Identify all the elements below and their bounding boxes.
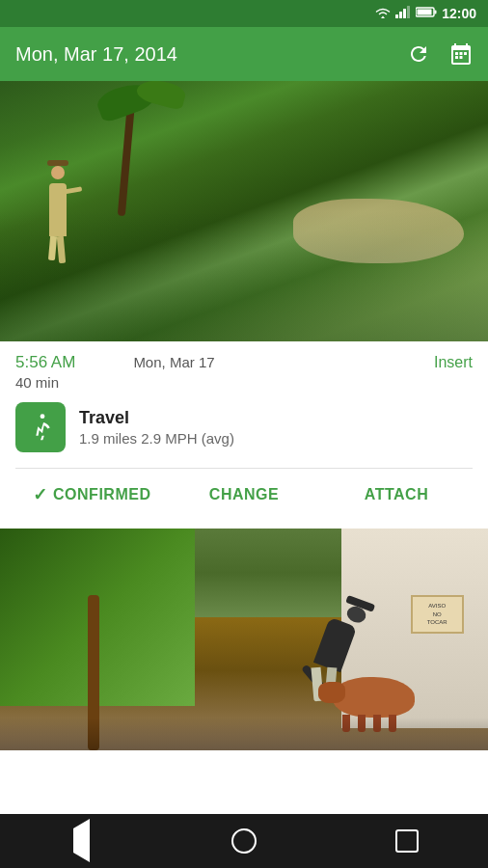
bottom-photo-scene: AVISONOTOCAR	[0, 529, 488, 750]
activity-section: 5:56 AM Mon, Mar 17 Insert 40 min Travel…	[0, 341, 488, 529]
header-actions	[407, 42, 473, 66]
activity-date: Mon, Mar 17	[133, 354, 434, 370]
svg-rect-2	[403, 9, 406, 18]
check-icon: ✓	[33, 484, 48, 505]
walking-person-icon	[25, 412, 56, 443]
sign: AVISONOTOCAR	[411, 595, 464, 634]
svg-rect-9	[464, 52, 467, 55]
change-button[interactable]: CHANGE	[168, 478, 320, 511]
action-row: ✓ CONFIRMED CHANGE ATTACH	[15, 468, 473, 521]
activity-details: Travel 1.9 miles 2.9 MPH (avg)	[79, 408, 234, 447]
svg-rect-0	[395, 14, 398, 18]
attach-button[interactable]: ATTACH	[320, 478, 473, 511]
activity-duration: 40 min	[15, 374, 473, 391]
svg-rect-3	[407, 6, 410, 18]
svg-point-12	[41, 414, 45, 419]
confirmed-label: CONFIRMED	[53, 486, 150, 503]
top-photo-scene	[0, 81, 488, 341]
battery-icon	[416, 5, 437, 22]
bottom-photo: AVISONOTOCAR	[0, 529, 488, 750]
refresh-button[interactable]	[407, 42, 430, 66]
svg-rect-5	[418, 10, 432, 15]
confirmed-button[interactable]: ✓ CONFIRMED	[15, 476, 168, 513]
status-time: 12:00	[442, 6, 476, 21]
status-bar: 12:00	[0, 0, 488, 27]
activity-icon-box	[15, 402, 66, 452]
person-figure	[49, 183, 67, 263]
nav-bar	[0, 814, 488, 868]
svg-rect-11	[460, 56, 463, 59]
calendar-button[interactable]	[449, 42, 473, 66]
recent-button[interactable]	[378, 822, 436, 860]
capybara-figure	[333, 677, 415, 718]
change-label: CHANGE	[209, 486, 279, 503]
activity-stats: 1.9 miles 2.9 MPH (avg)	[79, 430, 234, 447]
svg-rect-1	[399, 12, 402, 18]
activity-name: Travel	[79, 408, 234, 428]
back-button[interactable]	[52, 822, 110, 860]
svg-rect-7	[455, 52, 458, 55]
attach-label: ATTACH	[365, 486, 428, 503]
recent-icon	[395, 829, 419, 853]
activity-time: 5:56 AM	[15, 353, 75, 372]
top-photo	[0, 81, 488, 341]
activity-card: Travel 1.9 miles 2.9 MPH (avg)	[15, 402, 473, 452]
home-button[interactable]	[215, 822, 273, 860]
activity-time-row: 5:56 AM Mon, Mar 17 Insert	[15, 353, 473, 372]
status-icons: 12:00	[375, 5, 476, 22]
header-date: Mon, Mar 17, 2014	[15, 43, 177, 66]
home-icon	[231, 828, 257, 854]
svg-rect-10	[455, 56, 458, 59]
svg-rect-6	[435, 11, 437, 14]
back-icon	[73, 828, 90, 854]
signal-icon	[395, 5, 411, 22]
svg-rect-8	[460, 52, 463, 55]
wifi-icon	[375, 6, 391, 21]
app-header: Mon, Mar 17, 2014	[0, 27, 488, 81]
insert-button[interactable]: Insert	[434, 354, 473, 371]
